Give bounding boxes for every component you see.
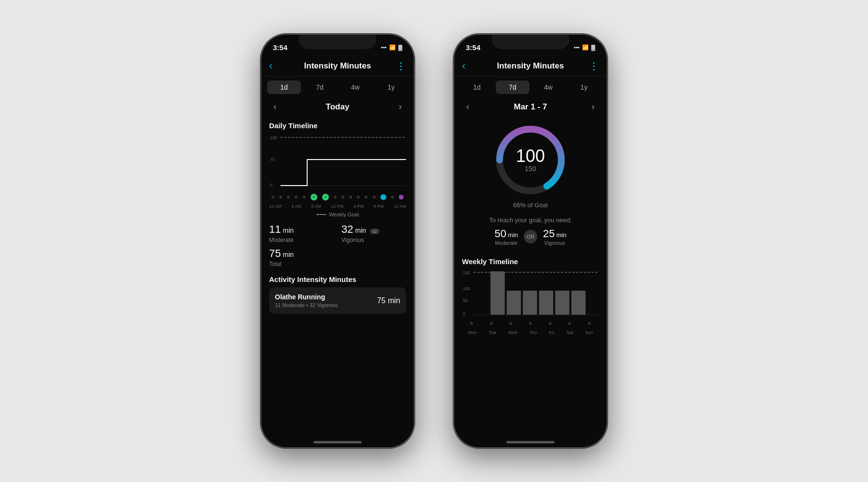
tab2-1d[interactable]: 1d <box>460 80 494 94</box>
daily-chart: 150 75 0 <box>269 134 406 191</box>
activity-sub: 11 Moderate • 32 Vigorous <box>275 302 338 308</box>
weekly-dots-row <box>462 320 599 327</box>
dot-4 <box>295 196 298 199</box>
svg-text:150: 150 <box>463 270 470 275</box>
tab-4w[interactable]: 4w <box>339 80 372 94</box>
tab-1d[interactable]: 1d <box>267 80 301 94</box>
next-date-button[interactable]: › <box>394 102 406 112</box>
wdot-6 <box>568 322 571 325</box>
status-time: 3:54 <box>273 43 287 52</box>
dot-7 <box>341 196 344 199</box>
svg-text:50: 50 <box>463 298 468 303</box>
goal-options: 50 min Moderate OR 25 min Vigorous <box>462 228 599 246</box>
wdot-1 <box>470 322 473 325</box>
stat-total-label: Total <box>269 261 406 268</box>
svg-rect-18 <box>571 291 586 315</box>
dot-9 <box>357 196 360 199</box>
stats-row: 11 min Moderate 32 min x2 Vigorous <box>269 223 406 243</box>
day-fri: Fri <box>549 330 555 335</box>
or-badge: OR <box>524 230 537 243</box>
nav-title: Intensity Minutes <box>283 61 393 71</box>
tab-1y[interactable]: 1y <box>374 80 408 94</box>
goal-vigorous-label: Vigorous <box>543 240 566 246</box>
back-button[interactable]: ‹ <box>269 60 283 72</box>
day-tue: Tue <box>489 330 496 335</box>
notch <box>309 35 366 48</box>
dot-6 <box>334 196 337 199</box>
tab2-7d[interactable]: 7d <box>496 80 529 94</box>
next-date-button-2[interactable]: › <box>587 102 599 112</box>
time-12am: 12 AM <box>269 204 282 209</box>
dot-2 <box>279 196 282 199</box>
status-bar-2: 3:54 ▪▪▪ 📶 ▓ <box>454 35 607 56</box>
ring-value: 100 <box>516 147 545 165</box>
period-tabs: 1d 7d 4w 1y <box>261 77 414 98</box>
chart-legend: Weekly Goal <box>269 212 406 217</box>
menu-button-2[interactable]: ⋮ <box>585 60 599 72</box>
scroll-content: Daily Timeline 150 75 0 <box>261 116 414 447</box>
signal-icon: ▪▪▪ <box>381 44 387 50</box>
ring-center: 100 150 <box>516 147 545 173</box>
wdot-4 <box>529 322 532 325</box>
power-button-2[interactable] <box>607 131 608 174</box>
activity-info: Olathe Running 11 Moderate • 32 Vigorous <box>275 293 338 308</box>
stat-moderate-label: Moderate <box>269 237 334 243</box>
wdot-5 <box>549 322 552 325</box>
svg-text:100: 100 <box>463 286 470 291</box>
svg-text:0: 0 <box>463 311 465 316</box>
day-axis: Mon Tue Wed Thu Fri Sat Sun <box>462 329 599 336</box>
stat-moderate: 11 min Moderate <box>269 223 334 243</box>
activity-name: Olathe Running <box>275 293 338 301</box>
period-tabs-2: 1d 7d 4w 1y <box>454 77 607 98</box>
svg-text:150: 150 <box>270 135 277 140</box>
svg-rect-16 <box>539 291 554 315</box>
day-mon: Mon <box>468 330 477 335</box>
day-thu: Thu <box>529 330 537 335</box>
goal-vigorous: 25 min Vigorous <box>543 228 566 246</box>
battery-icon: ▓ <box>398 44 402 50</box>
stat-total: 75 min Total <box>269 247 406 268</box>
power-button[interactable] <box>414 131 415 174</box>
dot-5 <box>303 196 306 199</box>
time-4pm: 4 PM <box>353 204 364 209</box>
activity-item[interactable]: Olathe Running 11 Moderate • 32 Vigorous… <box>269 287 406 314</box>
stat-vigorous-label: Vigorous <box>341 237 406 243</box>
wifi-icon: 📶 <box>389 44 396 51</box>
nav-bar-2: ‹ Intensity Minutes ⋮ <box>454 56 607 77</box>
tab-7d[interactable]: 7d <box>303 80 337 94</box>
ring-percent: 66% of Goal <box>513 201 548 209</box>
ring-container: 100 150 66% of Goal <box>462 116 599 213</box>
stat-moderate-value: 11 min <box>269 223 334 236</box>
stat-total-unit: min <box>283 251 294 258</box>
tab2-4w[interactable]: 4w <box>531 80 565 94</box>
screen-1: 3:54 ▪▪▪ 📶 ▓ ‹ Intensity Minutes ⋮ 1d 7d… <box>261 35 414 447</box>
prev-date-button[interactable]: ‹ <box>269 102 281 112</box>
svg-text:0: 0 <box>270 183 272 187</box>
dot-3 <box>287 196 290 199</box>
status-icons: ▪▪▪ 📶 ▓ <box>381 44 402 51</box>
stat-moderate-unit: min <box>283 227 294 234</box>
day-wed: Wed <box>508 330 517 335</box>
phone-2: 3:54 ▪▪▪ 📶 ▓ ‹ Intensity Minutes ⋮ 1d 7d… <box>453 34 608 448</box>
menu-button[interactable]: ⋮ <box>393 60 406 72</box>
status-icons-2: ▪▪▪ 📶 ▓ <box>574 44 595 51</box>
goal-vigorous-val: 25 min <box>543 228 566 240</box>
dot-active-green: ✓ <box>311 194 317 201</box>
scroll-content-2: 100 150 66% of Goal To reach your goal, … <box>454 116 607 447</box>
svg-text:75: 75 <box>270 157 275 162</box>
time-12pm: 12 PM <box>331 204 343 209</box>
tab2-1y[interactable]: 1y <box>567 80 601 94</box>
wdot-2 <box>490 322 493 325</box>
screen-2: 3:54 ▪▪▪ 📶 ▓ ‹ Intensity Minutes ⋮ 1d 7d… <box>454 35 607 447</box>
time-4am: 4 AM <box>291 204 301 209</box>
svg-rect-15 <box>523 291 537 315</box>
section-heading-timeline: Daily Timeline <box>269 121 406 130</box>
ring-chart: 100 150 <box>492 121 569 199</box>
nav-title-2: Intensity Minutes <box>475 61 585 71</box>
stat-vigorous-value: 32 min x2 <box>341 223 406 236</box>
status-bar: 3:54 ▪▪▪ 📶 ▓ <box>261 35 414 56</box>
prev-date-button-2[interactable]: ‹ <box>462 102 474 112</box>
wdot-7 <box>588 322 591 325</box>
back-button-2[interactable]: ‹ <box>462 60 475 72</box>
time-12am-end: 12 AM <box>393 204 406 209</box>
